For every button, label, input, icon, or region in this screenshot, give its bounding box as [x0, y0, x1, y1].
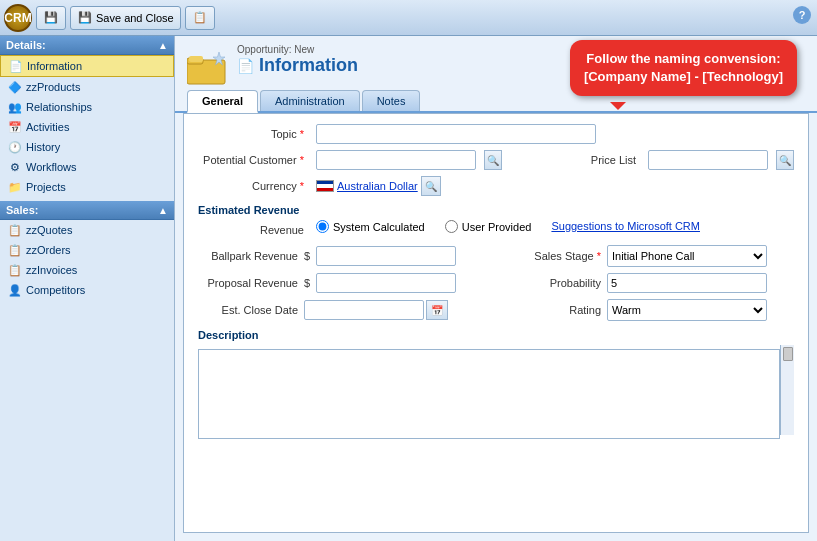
probability-row: Probability: [501, 273, 794, 293]
close-date-input[interactable]: [304, 300, 424, 320]
calendar-button[interactable]: 📅: [426, 300, 448, 320]
sidebar-item-information[interactable]: 📄 Information: [0, 55, 174, 77]
save-close-button[interactable]: 💾 Save and Close: [70, 6, 181, 30]
sales-stage-select[interactable]: Initial Phone Call Needs Analysis Value …: [607, 245, 767, 267]
topic-label-text: Topic: [271, 128, 297, 140]
sidebar-item-zzproducts[interactable]: 🔷 zzProducts: [0, 77, 174, 97]
folder-icon: [187, 50, 227, 86]
currency-link[interactable]: Australian Dollar: [337, 180, 418, 192]
price-list-lookup[interactable]: 🔍: [776, 150, 794, 170]
page-subtitle: Opportunity: New: [237, 44, 358, 55]
sidebar-zzquotes-label: zzQuotes: [26, 224, 72, 236]
crm-link[interactable]: Suggestions to Microsoft CRM: [551, 220, 700, 233]
sidebar-item-workflows[interactable]: ⚙ Workflows: [0, 157, 174, 177]
rating-select[interactable]: Warm Hot Cold: [607, 299, 767, 321]
main-layout: Details: ▲ 📄 Information 🔷 zzProducts 👥 …: [0, 36, 817, 541]
sidebar-history-label: History: [26, 141, 60, 153]
content-area: Opportunity: New 📄 Information Follow th…: [175, 36, 817, 541]
sidebar-item-zzquotes[interactable]: 📋 zzQuotes: [0, 220, 174, 240]
user-provided-label: User Provided: [462, 221, 532, 233]
toolbar: CRM 💾 💾 Save and Close 📋 ?: [0, 0, 817, 36]
description-textarea[interactable]: [198, 349, 780, 439]
sidebar-item-projects[interactable]: 📁 Projects: [0, 177, 174, 197]
proposal-revenue-row: Proposal Revenue $: [198, 273, 491, 293]
currency-flag: [316, 180, 334, 192]
app-logo: CRM: [4, 4, 32, 32]
details-collapse-icon[interactable]: ▲: [158, 40, 168, 51]
sales-stage-label: Sales Stage *: [501, 250, 601, 262]
topic-row: Topic *: [198, 124, 794, 144]
revenue-section: System Calculated User Provided Suggesti…: [316, 220, 700, 233]
potential-customer-lookup[interactable]: 🔍: [484, 150, 502, 170]
sidebar-item-activities[interactable]: 📅 Activities: [0, 117, 174, 137]
currency-lookup[interactable]: 🔍: [421, 176, 441, 196]
system-calculated-radio[interactable]: [316, 220, 329, 233]
close-date-label: Est. Close Date: [198, 304, 298, 316]
price-list-label: Price List: [530, 154, 640, 166]
tab-general[interactable]: General: [187, 90, 258, 113]
system-calculated-label: System Calculated: [333, 221, 425, 233]
sidebar: Details: ▲ 📄 Information 🔷 zzProducts 👥 …: [0, 36, 175, 541]
tab-administration[interactable]: Administration: [260, 90, 360, 111]
activities-icon: 📅: [8, 120, 22, 134]
price-list-input[interactable]: [648, 150, 768, 170]
ballpark-input[interactable]: [316, 246, 456, 266]
page-title-block: Opportunity: New 📄 Information: [237, 44, 358, 76]
sales-section-header: Sales: ▲: [0, 201, 174, 220]
info-page-icon: 📄: [237, 58, 254, 74]
sidebar-information-label: Information: [27, 60, 82, 72]
zzproducts-icon: 🔷: [8, 80, 22, 94]
revenue-label: Revenue: [198, 224, 308, 236]
potential-customer-input[interactable]: [316, 150, 476, 170]
proposal-label: Proposal Revenue: [198, 277, 298, 289]
sidebar-item-zzinvoices[interactable]: 📋 zzInvoices: [0, 260, 174, 280]
description-scrollbar[interactable]: [780, 345, 794, 435]
page-header: Opportunity: New 📄 Information Follow th…: [175, 36, 817, 90]
sales-collapse-icon[interactable]: ▲: [158, 205, 168, 216]
tab-notes[interactable]: Notes: [362, 90, 421, 111]
projects-icon: 📁: [8, 180, 22, 194]
sidebar-item-relationships[interactable]: 👥 Relationships: [0, 97, 174, 117]
details-section-header: Details: ▲: [0, 36, 174, 55]
sidebar-item-competitors[interactable]: 👤 Competitors: [0, 280, 174, 300]
currency-row: Currency * Australian Dollar 🔍: [198, 176, 794, 196]
extra-button[interactable]: 📋: [185, 6, 215, 30]
help-button[interactable]: ?: [793, 6, 811, 24]
ballpark-revenue-row: Ballpark Revenue $: [198, 245, 491, 267]
svg-rect-2: [189, 56, 203, 62]
topic-label: Topic *: [198, 128, 308, 140]
probability-input[interactable]: [607, 273, 767, 293]
zzorders-icon: 📋: [8, 243, 22, 257]
system-calculated-radio-group: System Calculated: [316, 220, 425, 233]
sidebar-workflows-label: Workflows: [26, 161, 77, 173]
floppy-save-button[interactable]: 💾: [36, 6, 66, 30]
potential-customer-row: Potential Customer * 🔍 Price List 🔍: [198, 150, 794, 170]
zzinvoices-icon: 📋: [8, 263, 22, 277]
topic-required: *: [300, 128, 304, 140]
details-section-label: Details:: [6, 39, 46, 51]
probability-label: Probability: [501, 277, 601, 289]
sidebar-item-history[interactable]: 🕐 History: [0, 137, 174, 157]
sidebar-zzorders-label: zzOrders: [26, 244, 71, 256]
proposal-input[interactable]: [316, 273, 456, 293]
estimated-revenue-header: Estimated Revenue: [198, 204, 794, 216]
tooltip-bubble: Follow the naming convension:[Company Na…: [570, 40, 797, 96]
zzquotes-icon: 📋: [8, 223, 22, 237]
potential-customer-label: Potential Customer *: [198, 154, 308, 166]
user-provided-radio[interactable]: [445, 220, 458, 233]
sidebar-relationships-label: Relationships: [26, 101, 92, 113]
proposal-dollar: $: [304, 277, 310, 289]
topic-input[interactable]: [316, 124, 596, 144]
sales-section-label: Sales:: [6, 204, 38, 216]
workflows-icon: ⚙: [8, 160, 22, 174]
save-icon: 💾: [77, 10, 93, 26]
rating-row: Rating Warm Hot Cold: [501, 299, 794, 321]
close-date-row: Est. Close Date 📅: [198, 299, 491, 321]
form-area: Topic * Potential Customer * 🔍 Price Lis…: [183, 113, 809, 533]
sidebar-activities-label: Activities: [26, 121, 69, 133]
description-container: [198, 345, 794, 441]
rating-label: Rating: [501, 304, 601, 316]
page-title-text: Information: [259, 55, 358, 75]
sidebar-item-zzorders[interactable]: 📋 zzOrders: [0, 240, 174, 260]
relationships-icon: 👥: [8, 100, 22, 114]
